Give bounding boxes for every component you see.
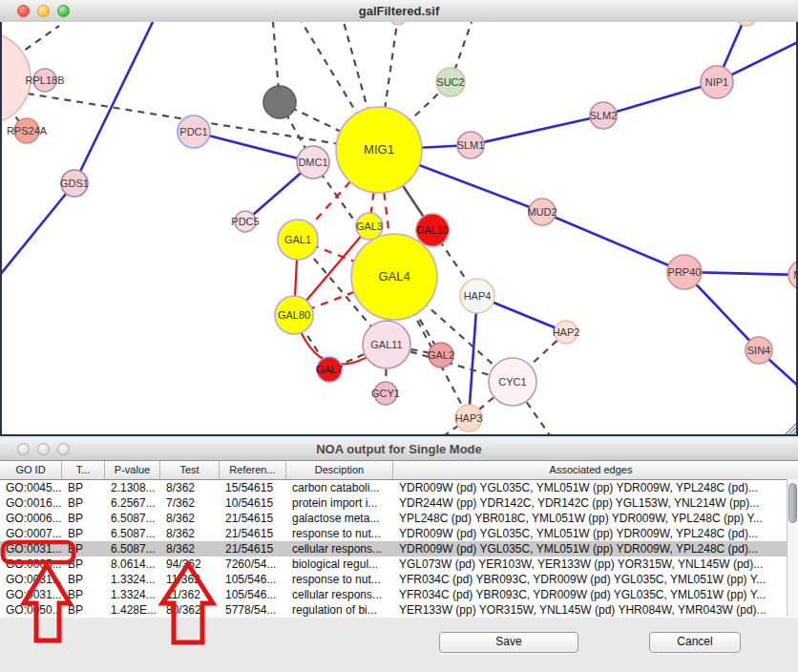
edge-blue [2,183,74,275]
cell-r9-c5: 5778/54... [220,602,286,618]
table-row[interactable]: GO:0045...BP2.1308...8/36215/54615carbon… [0,480,798,495]
cell-r1-c2: BP [62,480,105,495]
cell-r4-c7: YDR009W (pd) YGL035C, YML051W (pp) YDR00… [393,526,788,541]
noa-titlebar: NOA output for Single Mode [0,438,798,461]
cell-r4-c5: 21/54615 [220,526,286,541]
cell-r8-c5: 105/546... [220,587,286,602]
save-button[interactable]: Save [439,632,578,653]
table-header: GO IDT...P-valueTestReferen...Desciption… [0,461,798,480]
table-row-selected[interactable]: GO:0031...BP6.5087...8/36221/54615cellul… [0,541,798,556]
node-label-GAL3: GAL3 [356,220,383,232]
scrollbar-thumb[interactable] [788,483,797,523]
cell-r2-c2: BP [62,495,105,511]
cell-r5-c5: 21/54615 [220,541,286,556]
cell-r3-c1: GO:0006... [0,511,62,526]
cell-r7-c3: 1.3324... [105,572,160,587]
cell-r5-c3: 6.5087... [105,541,160,556]
cell-r7-c6: response to nut... [286,572,393,587]
column-header-associated-edges[interactable]: Associated edges [393,461,788,479]
cell-r1-c4: 8/362 [160,480,220,495]
node-label-SLM1: SLM1 [457,139,485,151]
cell-r1-c7: YDR009W (pd) YGL035C, YML051W (pp) YDR00… [393,480,788,495]
node-label-NIP1: NIP1 [705,76,728,88]
column-header-desciption[interactable]: Desciption [286,461,393,479]
cell-r5-c6: cellular respons... [286,541,393,556]
table-row[interactable]: GO:0006...BP6.5087...8/36221/54615galact… [0,511,798,526]
table-row[interactable]: GO:0065...BP8.0614...94/3627260/54...bio… [0,556,798,572]
node-label-GCY1: GCY1 [371,388,400,399]
column-header-referen[interactable]: Referen... [220,461,286,479]
cell-r5-c2: BP [62,541,105,556]
cell-r6-c4: 94/362 [160,556,220,572]
noa-window: NOA output for Single Mode GO IDT...P-va… [0,438,798,672]
node-label-SIN4: SIN4 [747,345,770,356]
table-row[interactable]: GO:0016...BP6.2567...7/36210/54615protei… [0,495,798,511]
column-header-go-id[interactable]: GO ID [0,461,62,479]
table-row[interactable]: GO:0031...BP1.3324...11/362105/546...res… [0,572,798,587]
node-label-PRP40: PRP40 [668,266,702,278]
node-label-DMC1: DMC1 [298,157,327,168]
node-topright[interactable] [735,22,758,26]
node-topgreen[interactable] [389,22,407,25]
column-header-test[interactable]: Test [160,461,220,479]
cell-r3-c4: 8/362 [160,511,220,526]
cell-r4-c2: BP [62,526,105,541]
cell-r4-c3: 6.5087... [105,526,160,541]
node-label-GAL80: GAL80 [278,309,310,321]
node-label-SLM2: SLM2 [590,110,618,121]
node-label-GAL2: GAL2 [428,349,454,361]
node-graynode[interactable] [263,86,296,118]
edge-blue [471,116,603,145]
cell-r2-c1: GO:0016... [0,495,62,511]
node-label-HAP3: HAP3 [455,412,483,424]
cell-r3-c2: BP [62,511,105,526]
cell-r6-c3: 8.0614... [105,556,160,572]
network-titlebar: galFiltered.sif [0,0,798,23]
cell-r9-c1: GO:0050... [0,602,62,618]
node-label-HAP2: HAP2 [553,326,580,338]
column-header-p-value[interactable]: P-value [105,461,160,479]
node-label-PDC1: PDC1 [179,126,207,137]
cell-r7-c2: BP [62,572,105,587]
cell-r1-c6: carbon cataboli... [286,480,393,495]
cell-r8-c6: cellular respons... [286,587,393,602]
node-label-SUC2: SUC2 [436,76,464,88]
node-label-MSI: MSI [793,269,796,281]
noa-window-title: NOA output for Single Mode [0,442,798,456]
cell-r9-c7: YER133W (pp) YOR315W, YNL145W (pd) YHR08… [393,602,788,618]
cell-r2-c3: 6.2567... [105,495,160,511]
node-label-GAL10: GAL10 [416,224,449,236]
cell-r1-c3: 2.1308... [105,480,160,495]
cell-r3-c6: galactose meta... [286,511,393,526]
node-label-MIG1: MIG1 [364,142,394,157]
node-label-RPL18B: RPL18B [26,74,65,86]
vertical-scrollbar[interactable] [787,479,798,617]
cell-r7-c1: GO:0031... [0,572,62,587]
cell-r8-c4: 11/362 [160,587,220,602]
cell-r5-c7: YDR009W (pd) YGL035C, YML051W (pp) YDR00… [393,541,788,556]
node-label-GAL1: GAL1 [284,234,311,245]
edge-blue [603,82,717,116]
screen: { "network": { "title": "galFiltered.sif… [0,0,798,672]
node-label-GAL7: GAL7 [316,364,343,375]
cell-r7-c7: YFR034C (pd) YBR093C, YDR009W (pd) YGL03… [393,572,788,587]
column-header-t[interactable]: T... [62,461,105,479]
network-canvas[interactable]: RPL18BRPS24AGDS1PDC1PDC5MIG1SUC2SLM1SLM2… [0,22,798,436]
table-row[interactable]: GO:0050...BP1.428E...80/3625778/54...reg… [0,602,798,618]
network-window-title: galFiltered.sif [0,4,798,18]
table-row[interactable]: GO:0007...BP6.5087...8/36221/54615respon… [0,526,798,541]
cell-r3-c5: 21/54615 [220,511,286,526]
edge-blue [74,22,153,183]
node-label-MUD2: MUD2 [527,206,556,218]
cell-r7-c4: 11/362 [160,572,220,587]
table-row[interactable]: GO:0031...BP1.3324...11/362105/546...cel… [0,587,798,602]
cell-r6-c1: GO:0065... [0,556,62,572]
resize-grip-icon[interactable] [792,431,796,434]
cell-r8-c7: YFR034C (pd) YBR093C, YDR009W (pd) YGL03… [393,587,788,602]
cell-r7-c5: 105/546... [220,572,286,587]
cell-r2-c5: 10/54615 [220,495,286,511]
cell-r6-c2: BP [62,556,105,572]
cancel-button[interactable]: Cancel [649,632,741,653]
node-label-GDS1: GDS1 [60,178,89,189]
cell-r3-c7: YPL248C (pd) YBR018C, YML051W (pp) YDR00… [393,511,788,526]
